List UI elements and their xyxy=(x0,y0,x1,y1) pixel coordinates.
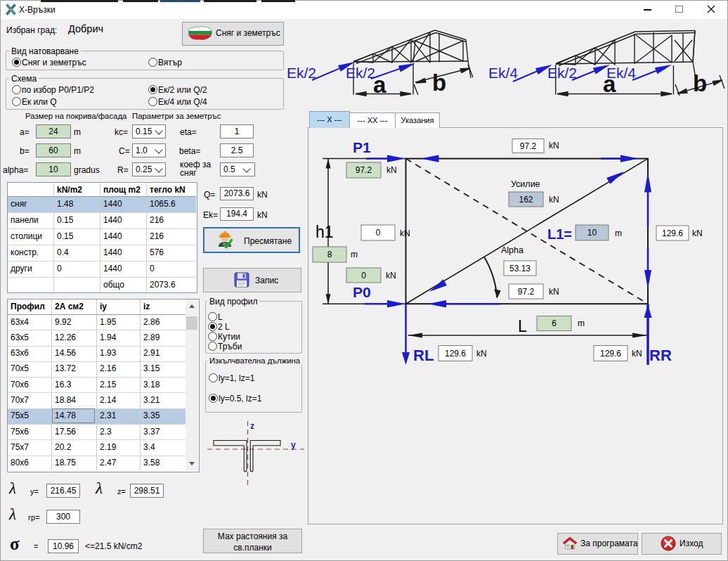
svg-text:b: b xyxy=(693,70,707,96)
svg-text:b: b xyxy=(432,70,446,96)
svg-text:kN: kN xyxy=(549,141,559,150)
svg-text:162: 162 xyxy=(519,195,533,205)
svg-text:kN: kN xyxy=(386,165,397,175)
svg-text:Ek/2: Ek/2 xyxy=(547,65,577,81)
svg-text:h1: h1 xyxy=(316,223,334,241)
svg-text:129.6: 129.6 xyxy=(600,349,621,359)
svg-text:Alpha: Alpha xyxy=(501,245,524,255)
svg-text:Ek/4: Ek/4 xyxy=(606,65,636,81)
svg-text:RR: RR xyxy=(649,347,672,364)
svg-text:10: 10 xyxy=(587,228,597,238)
svg-text:6: 6 xyxy=(552,318,557,328)
svg-text:m: m xyxy=(578,318,585,328)
svg-text:Усилие: Усилие xyxy=(511,179,540,189)
svg-text:Ek/2: Ek/2 xyxy=(287,65,316,81)
svg-text:129.6: 129.6 xyxy=(662,228,683,238)
svg-text:RL: RL xyxy=(413,347,434,364)
svg-text:m: m xyxy=(351,250,358,259)
svg-text:129.6: 129.6 xyxy=(445,349,466,359)
svg-text:0: 0 xyxy=(376,228,381,238)
svg-text:kN: kN xyxy=(632,349,642,359)
svg-text:97.2: 97.2 xyxy=(356,165,372,175)
svg-text:kN: kN xyxy=(386,271,396,280)
svg-text:kN: kN xyxy=(400,228,410,238)
svg-text:z: z xyxy=(250,421,254,431)
svg-text:Ek/4: Ek/4 xyxy=(488,65,518,81)
svg-text:m: m xyxy=(615,228,622,238)
svg-text:0: 0 xyxy=(361,271,366,280)
svg-text:y: y xyxy=(291,440,296,450)
svg-text:8: 8 xyxy=(327,250,332,259)
svg-text:97.2: 97.2 xyxy=(520,141,537,151)
svg-text:kN: kN xyxy=(549,195,559,205)
svg-text:97.2: 97.2 xyxy=(518,287,535,297)
svg-text:kN: kN xyxy=(549,287,559,297)
svg-text:P0: P0 xyxy=(353,284,371,300)
svg-text:L1=: L1= xyxy=(547,226,572,242)
svg-text:Ek/2: Ek/2 xyxy=(346,65,375,81)
svg-text:kN: kN xyxy=(476,349,487,359)
svg-text:P1: P1 xyxy=(353,139,371,155)
svg-text:kN: kN xyxy=(692,228,703,238)
svg-text:53.13: 53.13 xyxy=(509,264,531,273)
svg-text:L: L xyxy=(518,317,527,335)
